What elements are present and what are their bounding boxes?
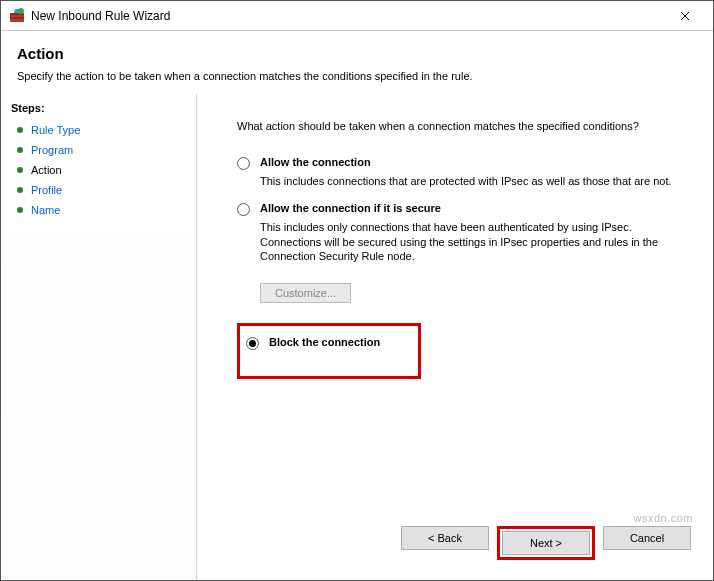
- steps-sidebar: Steps: Rule Type Program Action Profile …: [1, 94, 197, 580]
- watermark: wsxdn.com: [633, 512, 693, 524]
- radio-allow-desc: This includes connections that are prote…: [260, 174, 689, 188]
- step-label: Program: [31, 144, 73, 156]
- sidebar-item-profile[interactable]: Profile: [11, 180, 186, 200]
- window-title: New Inbound Rule Wizard: [31, 9, 665, 23]
- customize-button: Customize...: [260, 283, 351, 303]
- titlebar: New Inbound Rule Wizard: [1, 1, 713, 31]
- sidebar-item-program[interactable]: Program: [11, 140, 186, 160]
- close-button[interactable]: [665, 1, 705, 31]
- radio-allow-secure[interactable]: [237, 203, 250, 216]
- step-label: Rule Type: [31, 124, 80, 136]
- close-icon: [680, 11, 690, 21]
- bullet-icon: [17, 167, 23, 173]
- option-block-highlight: Block the connection: [237, 323, 421, 379]
- bullet-icon: [17, 147, 23, 153]
- svg-rect-2: [10, 17, 24, 19]
- svg-point-3: [18, 8, 24, 14]
- content-question: What action should be taken when a conne…: [237, 120, 689, 132]
- bullet-icon: [17, 127, 23, 133]
- content-panel: What action should be taken when a conne…: [197, 94, 713, 580]
- option-allow-secure: Allow the connection if it is secure: [237, 202, 689, 216]
- main-area: Steps: Rule Type Program Action Profile …: [1, 94, 713, 580]
- radio-allow-secure-label: Allow the connection if it is secure: [260, 202, 441, 214]
- sidebar-item-action[interactable]: Action: [11, 160, 186, 180]
- wizard-header: Action Specify the action to be taken wh…: [1, 31, 713, 92]
- cancel-button[interactable]: Cancel: [603, 526, 691, 550]
- step-label: Action: [31, 164, 62, 176]
- step-label: Name: [31, 204, 60, 216]
- page-description: Specify the action to be taken when a co…: [17, 70, 697, 82]
- bullet-icon: [17, 187, 23, 193]
- radio-block[interactable]: [246, 337, 259, 350]
- radio-allow-label: Allow the connection: [260, 156, 371, 168]
- firewall-icon: [9, 8, 25, 24]
- page-title: Action: [17, 45, 697, 62]
- bullet-icon: [17, 207, 23, 213]
- sidebar-item-rule-type[interactable]: Rule Type: [11, 120, 186, 140]
- sidebar-title: Steps:: [11, 102, 186, 114]
- option-allow: Allow the connection: [237, 156, 689, 170]
- back-button[interactable]: < Back: [401, 526, 489, 550]
- next-button[interactable]: Next >: [502, 531, 590, 555]
- radio-allow[interactable]: [237, 157, 250, 170]
- radio-block-label: Block the connection: [269, 336, 380, 348]
- radio-allow-secure-desc: This includes only connections that have…: [260, 220, 689, 263]
- next-highlight: Next >: [497, 526, 595, 560]
- sidebar-item-name[interactable]: Name: [11, 200, 186, 220]
- footer-buttons: < Back Next > Cancel: [401, 526, 691, 560]
- step-label: Profile: [31, 184, 62, 196]
